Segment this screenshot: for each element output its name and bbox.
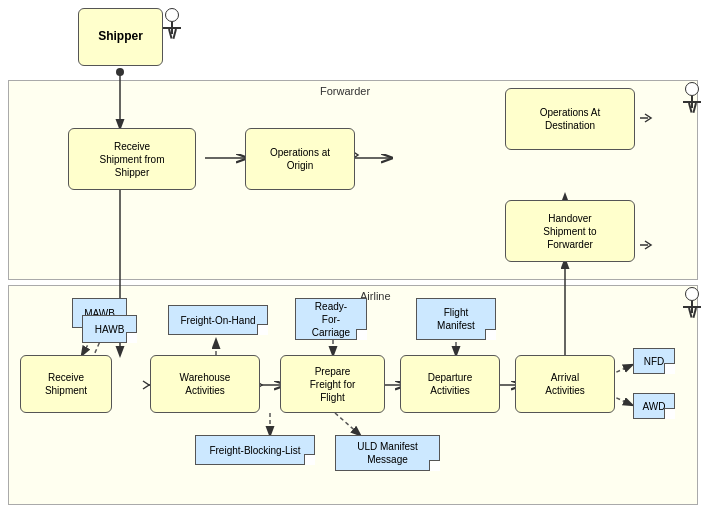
nfd-doc: NFD (633, 348, 675, 374)
shipper-actor (163, 8, 181, 39)
prepare-freight-box: Prepare Freight for Flight (280, 355, 385, 413)
ready-for-carriage-doc: Ready- For- Carriage (295, 298, 367, 340)
shipper-box: Shipper (78, 8, 163, 66)
flight-manifest-doc: Flight Manifest (416, 298, 496, 340)
airline-actor (683, 287, 701, 318)
receive-shipment-from-shipper-box: Receive Shipment from Shipper (68, 128, 196, 190)
freight-blocking-list-doc: Freight-Blocking-List (195, 435, 315, 465)
receive-shipment-box: Receive Shipment (20, 355, 112, 413)
warehouse-activities-box: Warehouse Activities (150, 355, 260, 413)
operations-at-origin-box: Operations at Origin (245, 128, 355, 190)
operations-at-destination-box: Operations At Destination (505, 88, 635, 150)
arrival-activities-box: Arrival Activities (515, 355, 615, 413)
forwarder-actor (683, 82, 701, 113)
departure-activities-box: Departure Activities (400, 355, 500, 413)
awd-doc: AWD (633, 393, 675, 419)
uld-manifest-doc: ULD Manifest Message (335, 435, 440, 471)
freight-on-hand-doc: Freight-On-Hand (168, 305, 268, 335)
hawb-doc: HAWB (82, 315, 137, 343)
handover-shipment-box: Handover Shipment to Forwarder (505, 200, 635, 262)
forwarder-label: Forwarder (320, 85, 370, 97)
svg-point-1 (116, 68, 124, 76)
diagram: Shipper Forwarder Receive Shipment from … (0, 0, 705, 513)
